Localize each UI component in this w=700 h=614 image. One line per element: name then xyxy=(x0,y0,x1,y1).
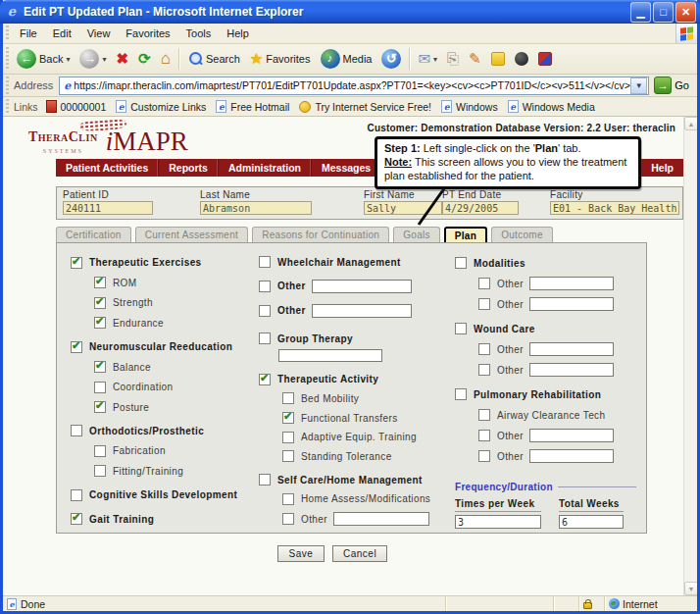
minimize-button[interactable]: ▁ xyxy=(630,2,651,23)
checkbox[interactable] xyxy=(94,297,106,309)
other-input[interactable] xyxy=(333,512,429,526)
favorites-button[interactable]: ★ Favorites xyxy=(245,48,316,70)
nav-patient-activities[interactable]: Patient Activities xyxy=(56,159,159,177)
patient-id-input[interactable] xyxy=(63,201,153,215)
tab-plan[interactable]: Plan xyxy=(444,227,487,243)
other-input[interactable] xyxy=(312,280,412,293)
tab-outcome[interactable]: Outcome xyxy=(491,227,553,243)
checkbox[interactable] xyxy=(71,513,82,525)
checkbox[interactable] xyxy=(455,388,467,400)
other-input[interactable] xyxy=(529,297,614,311)
links-item-hotmail[interactable]: e Free Hotmail xyxy=(214,100,297,113)
media-button[interactable]: ♪ Media xyxy=(316,47,377,71)
other-input[interactable] xyxy=(312,304,412,318)
checkbox[interactable] xyxy=(259,256,271,268)
facility-input[interactable] xyxy=(550,201,679,215)
other-input[interactable] xyxy=(529,429,614,442)
forward-dropdown-icon[interactable]: ▾ xyxy=(102,55,106,64)
checkbox[interactable] xyxy=(455,257,467,269)
other-input[interactable] xyxy=(529,342,614,356)
home-button[interactable]: ⌂ xyxy=(156,48,175,70)
messenger-button[interactable] xyxy=(486,50,510,68)
links-item-00000001[interactable]: 00000001 xyxy=(44,100,115,113)
checkbox[interactable] xyxy=(259,305,271,317)
checkbox[interactable] xyxy=(478,343,490,355)
other-input[interactable] xyxy=(529,449,614,463)
links-item-internet-service[interactable]: Try Internet Service Free! xyxy=(297,101,439,113)
maximize-button[interactable]: □ xyxy=(653,2,674,23)
total-weeks-input[interactable] xyxy=(559,515,624,529)
close-button[interactable]: ✕ xyxy=(675,2,696,23)
times-per-week-input[interactable] xyxy=(455,515,541,529)
mail-dropdown-icon[interactable]: ▾ xyxy=(433,55,437,64)
research-button[interactable] xyxy=(533,50,557,68)
checkbox[interactable] xyxy=(455,323,467,334)
checkbox[interactable] xyxy=(478,409,490,421)
checkbox[interactable] xyxy=(282,493,294,505)
checkbox[interactable] xyxy=(282,392,294,404)
save-button[interactable]: Save xyxy=(277,545,325,562)
refresh-button[interactable]: ⟳ xyxy=(133,48,156,70)
scroll-up-button[interactable]: ▲ xyxy=(684,117,697,130)
address-field[interactable]: e https://imapr.theraclin.com/imaprtest/… xyxy=(59,77,649,95)
checkbox[interactable] xyxy=(478,450,490,462)
mail-button[interactable]: ✉ ▾ xyxy=(413,48,442,70)
tab-reasons-for-continuation[interactable]: Reasons for Continuation xyxy=(252,227,389,243)
checkbox[interactable] xyxy=(71,257,82,269)
checkbox[interactable] xyxy=(478,364,490,376)
menu-help[interactable]: Help xyxy=(219,25,257,42)
menu-edit[interactable]: Edit xyxy=(45,25,79,42)
checkbox[interactable] xyxy=(259,281,271,292)
tab-certification[interactable]: Certification xyxy=(56,227,131,243)
grip-handle[interactable] xyxy=(5,47,10,71)
forward-button[interactable]: → ▾ xyxy=(75,47,111,71)
last-name-input[interactable] xyxy=(200,201,312,215)
checkbox[interactable] xyxy=(94,401,106,413)
checkbox[interactable] xyxy=(71,425,82,436)
checkbox[interactable] xyxy=(282,432,294,443)
checkbox[interactable] xyxy=(71,489,82,501)
other-input[interactable] xyxy=(529,277,614,290)
links-item-windows[interactable]: e Windows xyxy=(439,100,506,113)
search-button[interactable]: Search xyxy=(182,49,245,69)
links-item-windows-media[interactable]: e Windows Media xyxy=(506,100,603,113)
checkbox[interactable] xyxy=(478,430,490,441)
grip-handle[interactable] xyxy=(5,77,10,94)
edit-button[interactable]: ✎ xyxy=(464,48,486,70)
go-button[interactable]: → Go xyxy=(649,77,694,94)
menu-favorites[interactable]: Favorites xyxy=(118,25,177,42)
checkbox[interactable] xyxy=(282,412,294,424)
checkbox[interactable] xyxy=(259,333,271,344)
print-button[interactable]: ⎘ xyxy=(442,48,464,70)
tab-current-assessment[interactable]: Current Assessment xyxy=(135,227,248,243)
nav-reports[interactable]: Reports xyxy=(159,159,219,177)
menu-tools[interactable]: Tools xyxy=(178,25,220,42)
grip-handle[interactable] xyxy=(5,26,10,41)
address-url[interactable]: https://imapr.theraclin.com/imaprtest/PT… xyxy=(74,79,630,91)
nav-help[interactable]: Help xyxy=(641,159,683,177)
tab-goals[interactable]: Goals xyxy=(393,227,440,243)
checkbox[interactable] xyxy=(94,361,106,373)
checkbox[interactable] xyxy=(71,341,82,353)
other-input[interactable] xyxy=(529,363,614,377)
grip-handle[interactable] xyxy=(5,99,10,114)
back-dropdown-icon[interactable]: ▾ xyxy=(66,55,70,64)
checkbox[interactable] xyxy=(94,382,106,393)
checkbox[interactable] xyxy=(94,317,106,329)
menu-view[interactable]: View xyxy=(79,25,119,42)
checkbox[interactable] xyxy=(282,450,294,462)
nav-messages[interactable]: Messages xyxy=(312,159,381,177)
checkbox[interactable] xyxy=(94,445,106,457)
checkbox[interactable] xyxy=(282,513,294,525)
checkbox[interactable] xyxy=(259,374,271,385)
scroll-down-button[interactable]: ▼ xyxy=(684,582,697,595)
back-button[interactable]: ← Back ▾ xyxy=(12,47,75,71)
checkbox[interactable] xyxy=(478,298,490,310)
checkbox[interactable] xyxy=(478,278,490,289)
checkbox[interactable] xyxy=(94,465,106,477)
menu-file[interactable]: File xyxy=(12,25,45,42)
checkbox[interactable] xyxy=(259,474,271,486)
group-therapy-input[interactable] xyxy=(278,349,382,362)
stop-button[interactable]: ✖ xyxy=(112,48,134,70)
nav-administration[interactable]: Administration xyxy=(219,159,312,177)
